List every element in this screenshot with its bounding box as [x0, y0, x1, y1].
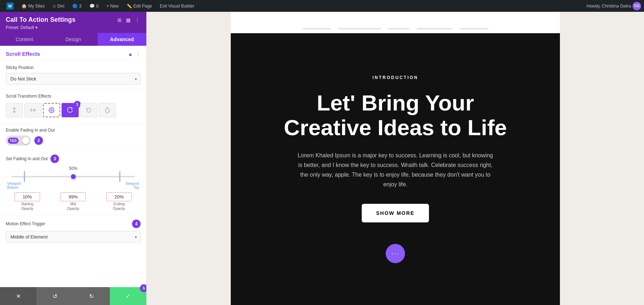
sticky-position-label: Sticky Position — [6, 65, 141, 70]
ending-opacity-box: Ending Opacity — [106, 192, 132, 211]
divi-icon: ◇ — [53, 4, 56, 9]
enable-fading-label: Enable Fading In and Out — [6, 128, 141, 133]
transform-reset-btn[interactable] — [80, 103, 97, 117]
transform-fade-btn[interactable] — [43, 103, 60, 117]
panel-title: Call To Action Settings — [6, 16, 75, 24]
transform-row: 1 — [6, 102, 141, 119]
tab-advanced[interactable]: Advanced — [98, 33, 146, 46]
top-line-1 — [302, 28, 331, 29]
tabs-row: Content Design Advanced — [0, 33, 146, 46]
fading-percentage: 50% — [6, 166, 141, 171]
website-frame: INTRODUCTION Let' Bring Your Creative Id… — [231, 12, 560, 305]
home-icon: 🏠 — [21, 4, 27, 9]
dots-icon: ··· — [391, 249, 400, 257]
viewport-top-marker — [119, 171, 120, 182]
mid-opacity-input[interactable] — [60, 192, 86, 201]
top-line-2 — [338, 28, 381, 29]
transform-opacity-btn[interactable] — [99, 103, 116, 117]
new-button[interactable]: + New — [103, 0, 122, 12]
starting-opacity-box: Starting Opacity — [14, 192, 40, 211]
confirm-badge-5: 5 — [140, 284, 147, 292]
redo-button[interactable]: ↻ — [73, 287, 110, 305]
viewport-top-label: Viewport Top — [125, 182, 139, 190]
divi-menu[interactable]: ◇ Divi — [49, 0, 68, 12]
transform-horizontal-btn[interactable] — [24, 103, 42, 117]
comments-zero[interactable]: 💬 0 — [86, 0, 102, 12]
confirm-button[interactable]: ✓ 5 — [110, 287, 146, 305]
comments-icon: 🔵 — [72, 4, 78, 9]
site-show-more-button[interactable]: SHOW MORE — [362, 204, 429, 222]
scroll-effects-title: Scroll Effects — [6, 51, 40, 57]
admin-bar: W 🏠 My Sites ◇ Divi 🔵 3 💬 0 + New ✏️ Edi… — [0, 0, 644, 12]
transform-rotate-btn[interactable]: 1 — [62, 103, 79, 117]
starting-opacity-label2: Opacity — [21, 207, 33, 211]
left-panel: Call To Action Settings ⊞ ▦ ⋮ Preset: De… — [0, 12, 147, 305]
scroll-effects-section: Scroll Effects ▲ ⋮ — [0, 46, 146, 61]
main-layout: Call To Action Settings ⊞ ▦ ⋮ Preset: De… — [0, 12, 644, 305]
panel-title-row: Call To Action Settings ⊞ ▦ ⋮ — [6, 16, 141, 24]
toggle-yes-label: YES — [8, 138, 19, 144]
site-paragraph: Lorem Khaled Ipsum is a major key to suc… — [295, 151, 496, 190]
ending-opacity-input[interactable] — [106, 192, 132, 201]
redo-icon: ↻ — [89, 293, 94, 300]
site-dots-button[interactable]: ··· — [386, 244, 405, 263]
admin-bar-left: W 🏠 My Sites ◇ Divi 🔵 3 💬 0 + New ✏️ Edi… — [3, 0, 585, 12]
slider-container — [6, 173, 141, 180]
slider-thumb[interactable] — [70, 173, 77, 180]
comments-menu[interactable]: 🔵 3 — [69, 0, 85, 12]
top-line-5 — [460, 28, 488, 29]
transform-badge-1: 1 — [74, 101, 81, 108]
opacity-boxes: Starting Opacity Mid Opacity Ending Opac… — [6, 192, 141, 211]
resize-icon[interactable]: ⊞ — [117, 16, 122, 24]
motion-label-row: Motion Effect Trigger 4 — [6, 220, 141, 228]
more-icon[interactable]: ⋮ — [134, 16, 141, 24]
fading-label-row: Set Fading In and Out 3 — [6, 154, 141, 163]
ending-opacity-label2: Opacity — [113, 207, 125, 211]
panel-content: Scroll Effects ▲ ⋮ Sticky Position Do No… — [0, 46, 146, 287]
tab-design[interactable]: Design — [49, 33, 97, 46]
starting-opacity-input[interactable] — [14, 192, 40, 201]
layout-icon[interactable]: ▦ — [125, 16, 131, 24]
toggle-knob — [22, 137, 29, 144]
enable-fading-group: Enable Fading In and Out YES 2 — [0, 123, 146, 150]
svg-point-3 — [50, 109, 53, 111]
fading-section: Set Fading In and Out 3 50% — [0, 150, 146, 215]
undo-button[interactable]: ↺ — [36, 287, 73, 305]
top-line-4 — [417, 28, 453, 29]
website-top-lines — [302, 28, 488, 33]
motion-badge-4: 4 — [132, 220, 141, 228]
cancel-button[interactable]: ✕ — [0, 287, 36, 305]
panel-header-icons: ⊞ ▦ ⋮ — [117, 16, 141, 24]
tab-content[interactable]: Content — [0, 33, 49, 46]
panel-header: Call To Action Settings ⊞ ▦ ⋮ Preset: De… — [0, 12, 146, 33]
my-sites-menu[interactable]: 🏠 My Sites — [18, 0, 48, 12]
sticky-position-select-wrapper: Do Not Stick Stick to Top Stick to Botto… — [6, 73, 141, 85]
comments-zero-icon: 💬 — [89, 4, 95, 9]
scroll-transform-group: Scroll Transform Effects — [0, 89, 146, 123]
preview-area: INTRODUCTION Let' Bring Your Creative Id… — [147, 12, 644, 305]
wp-icon: W — [6, 3, 14, 10]
wp-logo[interactable]: W — [3, 0, 17, 12]
edit-page-button[interactable]: ✏️ Edit Page — [123, 0, 156, 12]
avatar[interactable]: CG — [633, 2, 641, 10]
section-menu-icon[interactable]: ⋮ — [136, 51, 141, 57]
toggle-group: YES 2 — [6, 136, 141, 146]
website-top-hint — [231, 12, 560, 33]
slider-track-container — [11, 173, 135, 180]
exit-builder-button[interactable]: Exit Visual Builder — [156, 0, 198, 12]
sticky-position-select[interactable]: Do Not Stick Stick to Top Stick to Botto… — [6, 73, 141, 85]
sticky-position-group: Sticky Position Do Not Stick Stick to To… — [0, 61, 146, 89]
preset-label[interactable]: Preset: Default — [6, 25, 141, 30]
transform-vertical-btn[interactable] — [6, 103, 23, 117]
admin-bar-right: Howdy, Christina Gwira CG — [587, 2, 641, 10]
fading-badge-3: 3 — [50, 154, 59, 163]
motion-trigger-label: Motion Effect Trigger — [6, 221, 45, 226]
top-line-3 — [388, 28, 410, 29]
collapse-icon[interactable]: ▲ — [128, 51, 133, 57]
set-fading-label: Set Fading In and Out — [6, 156, 48, 161]
fading-toggle[interactable]: YES — [6, 136, 31, 146]
section-header-icons: ▲ ⋮ — [128, 51, 141, 57]
motion-trigger-select[interactable]: Middle of Element Top of Element Bottom … — [6, 231, 141, 243]
viewport-labels: Viewport Bottom Viewport Top — [6, 182, 141, 190]
fading-badge-2: 2 — [34, 136, 43, 145]
